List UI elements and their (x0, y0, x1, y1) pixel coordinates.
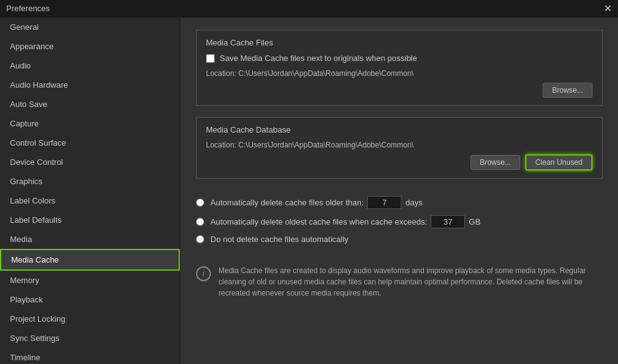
media-cache-files-section: Media Cache Files Save Media Cache files… (196, 30, 602, 106)
sidebar-item-media-cache[interactable]: Media Cache (0, 249, 180, 271)
sidebar-item-label-defaults[interactable]: Label Defaults (0, 210, 180, 230)
main-panel: Media Cache Files Save Media Cache files… (180, 17, 618, 364)
sidebar-item-auto-save[interactable]: Auto Save (0, 95, 180, 114)
title-bar: Preferences ✕ (0, 0, 618, 17)
auto-delete-oldest-input[interactable]: 37 (431, 215, 465, 228)
sidebar-item-device-control[interactable]: Device Control (0, 152, 180, 172)
auto-delete-days-unit: days (405, 198, 422, 207)
save-checkbox-row: Save Media Cache files next to originals… (206, 54, 592, 63)
sidebar-item-project-locking[interactable]: Project Locking (0, 309, 180, 329)
content-area: General Appearance Audio Audio Hardware … (0, 17, 618, 364)
media-cache-files-title: Media Cache Files (206, 38, 592, 47)
db-location-row: Location: C:\Users\Jordan\AppData\Roamin… (206, 141, 592, 149)
info-icon: i (196, 266, 211, 281)
sidebar-item-label-colors[interactable]: Label Colors (0, 191, 180, 210)
close-button[interactable]: ✕ (604, 4, 612, 14)
info-section: i Media Cache files are created to displ… (196, 265, 602, 299)
sidebar-item-audio[interactable]: Audio (0, 56, 180, 75)
media-cache-db-section: Media Cache Database Location: C:\Users\… (196, 117, 602, 179)
files-location-row: Location: C:\Users\Jordan\AppData\Roamin… (206, 69, 592, 78)
sidebar-item-control-surface[interactable]: Control Surface (0, 133, 180, 152)
sidebar-item-graphics[interactable]: Graphics (0, 172, 180, 191)
auto-delete-oldest-row: Automatically delete oldest cache files … (196, 215, 602, 228)
files-browse-button[interactable]: Browse... (543, 83, 592, 98)
db-location-path: C:\Users\Jordan\AppData\Roaming\Adobe\Co… (238, 141, 413, 149)
clean-unused-button[interactable]: Clean Unused (525, 154, 592, 170)
auto-delete-oldest-label: Automatically delete oldest cache files … (210, 217, 427, 226)
sidebar-item-general[interactable]: General (0, 17, 180, 37)
sidebar-item-sync-settings[interactable]: Sync Settings (0, 329, 180, 348)
auto-delete-radio[interactable] (196, 198, 204, 207)
sidebar-item-audio-hardware[interactable]: Audio Hardware (0, 75, 180, 95)
save-media-cache-checkbox[interactable] (206, 54, 215, 63)
db-location-label: Location: (206, 141, 236, 149)
sidebar-item-timeline[interactable]: Timeline (0, 348, 180, 364)
window-title: Preferences (6, 4, 50, 13)
auto-delete-row: Automatically delete cache files older t… (196, 196, 602, 209)
db-browse-row: Browse... Clean Unused (206, 154, 592, 170)
sidebar-item-memory[interactable]: Memory (0, 271, 180, 290)
db-browse-button[interactable]: Browse... (471, 155, 520, 170)
sidebar-item-media[interactable]: Media (0, 230, 180, 249)
sidebar-item-capture[interactable]: Capture (0, 114, 180, 133)
auto-delete-oldest-unit: GB (469, 217, 480, 226)
preferences-window: Preferences ✕ General Appearance Audio A… (0, 0, 618, 364)
auto-delete-oldest-radio[interactable] (196, 218, 204, 226)
files-browse-row: Browse... (206, 83, 592, 98)
no-delete-radio[interactable] (196, 235, 204, 243)
info-text: Media Cache files are created to display… (218, 265, 602, 299)
media-cache-db-title: Media Cache Database (206, 125, 592, 134)
sidebar-item-appearance[interactable]: Appearance (0, 37, 180, 56)
no-delete-row: Do not delete cache files automatically (196, 235, 602, 244)
auto-delete-label: Automatically delete cache files older t… (210, 198, 363, 207)
save-checkbox-label: Save Media Cache files next to originals… (220, 54, 417, 63)
sidebar-item-playback[interactable]: Playback (0, 290, 180, 309)
auto-delete-days-input[interactable]: 7 (367, 196, 401, 209)
files-location-path: C:\Users\Jordan\AppData\Roaming\Adobe\Co… (238, 69, 413, 78)
sidebar: General Appearance Audio Audio Hardware … (0, 17, 180, 364)
no-delete-label: Do not delete cache files automatically (210, 235, 349, 244)
files-location-label: Location: (206, 69, 236, 78)
options-section: Automatically delete cache files older t… (196, 190, 602, 256)
